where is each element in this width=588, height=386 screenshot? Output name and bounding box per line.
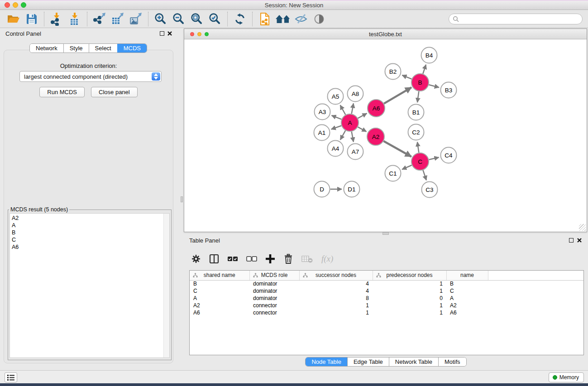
table-row-A[interactable]: Adominator80A bbox=[190, 295, 583, 302]
table-settings-button[interactable] bbox=[191, 254, 201, 264]
cell[interactable]: 8 bbox=[299, 295, 373, 302]
network-canvas[interactable]: B4B2BB3A5A8A6A3B1AA1C2A2A4A7C4CC1C3DD1 bbox=[184, 39, 587, 232]
cell[interactable]: C bbox=[190, 287, 249, 295]
column-header-MCDS-role[interactable]: MCDS role bbox=[249, 271, 299, 280]
apply-function-button[interactable]: f(x) bbox=[321, 254, 333, 264]
clone-network-button[interactable] bbox=[256, 11, 274, 27]
show-graphics-button[interactable] bbox=[310, 11, 328, 27]
resize-grip[interactable] bbox=[579, 224, 586, 231]
graph-edge-A-A4[interactable] bbox=[340, 130, 345, 139]
show-task-history-button[interactable] bbox=[5, 372, 17, 382]
column-header-predecessor-nodes[interactable]: predecessor nodes bbox=[373, 271, 446, 280]
select-all-button[interactable] bbox=[227, 256, 238, 262]
graph-edge-C-C4[interactable] bbox=[429, 157, 439, 160]
cell[interactable]: 1 bbox=[373, 302, 446, 309]
graph-edge-B-B3[interactable] bbox=[429, 85, 439, 87]
cell[interactable]: 4 bbox=[299, 280, 373, 287]
memory-button[interactable]: Memory bbox=[549, 372, 584, 382]
export-table-button[interactable] bbox=[109, 11, 127, 27]
optimization-criterion-dropdown[interactable]: largest connected component (directed) bbox=[19, 71, 162, 82]
export-image-button[interactable] bbox=[127, 11, 145, 27]
result-item-A2[interactable]: A2 bbox=[12, 214, 169, 222]
cell[interactable]: B bbox=[446, 280, 488, 287]
float-panel-button[interactable] bbox=[160, 31, 164, 36]
graph-edge-A-A1[interactable] bbox=[331, 126, 342, 129]
zoom-out-button[interactable] bbox=[170, 11, 188, 27]
column-header-name[interactable]: name bbox=[446, 271, 488, 280]
table-row-A6[interactable]: A6connector11A6 bbox=[190, 309, 583, 316]
cell[interactable]: 4 bbox=[299, 287, 373, 295]
cell[interactable]: connector bbox=[249, 309, 299, 316]
delete-column-button[interactable] bbox=[283, 253, 293, 264]
graph-edge-A-A6[interactable] bbox=[358, 113, 367, 118]
graph-edge-C-C2[interactable] bbox=[417, 142, 419, 152]
close-table-panel-icon[interactable] bbox=[577, 238, 582, 243]
home-button[interactable] bbox=[274, 11, 292, 27]
add-column-button[interactable] bbox=[265, 254, 275, 264]
zoom-in-button[interactable] bbox=[152, 11, 170, 27]
tab-network-table[interactable]: Network Table bbox=[389, 357, 438, 366]
graph-edge-A-A5[interactable] bbox=[340, 105, 346, 114]
show-columns-button[interactable] bbox=[209, 253, 219, 264]
graph-edge-A2-C[interactable] bbox=[383, 141, 411, 157]
column-header-shared-name[interactable]: shared name bbox=[190, 271, 249, 280]
cell[interactable]: B bbox=[190, 280, 249, 287]
splitter-handle-horizontal[interactable] bbox=[382, 232, 389, 235]
result-item-A[interactable]: A bbox=[12, 222, 169, 229]
cell[interactable]: A6 bbox=[446, 309, 488, 316]
tab-style[interactable]: Style bbox=[63, 44, 89, 52]
graph-edge-A-A2[interactable] bbox=[358, 127, 367, 132]
open-session-button[interactable] bbox=[5, 11, 23, 27]
result-scrollbar[interactable] bbox=[163, 214, 169, 357]
cell[interactable]: dominator bbox=[249, 280, 299, 287]
tab-edge-table[interactable]: Edge Table bbox=[347, 357, 389, 366]
cell[interactable]: 1 bbox=[373, 280, 446, 287]
result-item-A6[interactable]: A6 bbox=[12, 243, 169, 251]
cell[interactable]: connector bbox=[249, 302, 299, 309]
graph-edge-A-A7[interactable] bbox=[352, 132, 354, 142]
cell[interactable]: A2 bbox=[446, 302, 488, 309]
cell[interactable]: A2 bbox=[190, 302, 249, 309]
graph-edge-C-C1[interactable] bbox=[402, 165, 411, 169]
close-panel-button[interactable]: Close panel bbox=[91, 87, 138, 97]
graph-edge-B-B2[interactable] bbox=[402, 75, 411, 79]
table-row-B[interactable]: Bdominator41B bbox=[190, 280, 583, 287]
import-table-button[interactable] bbox=[66, 11, 84, 27]
column-header-successor-nodes[interactable]: successor nodes bbox=[299, 271, 373, 280]
cell[interactable]: 0 bbox=[373, 295, 446, 302]
graph-edge-A6-B[interactable] bbox=[384, 87, 411, 104]
tab-motifs[interactable]: Motifs bbox=[438, 357, 466, 366]
zoom-fit-button[interactable] bbox=[188, 11, 206, 27]
network-window-titlebar[interactable]: testGlobe.txt bbox=[184, 29, 587, 39]
tab-mcds[interactable]: MCDS bbox=[117, 44, 147, 52]
graph-edge-A-A3[interactable] bbox=[332, 115, 342, 119]
cell[interactable]: A6 bbox=[190, 309, 249, 316]
float-table-panel-button[interactable] bbox=[569, 238, 574, 243]
result-item-B[interactable]: B bbox=[12, 229, 169, 236]
tab-node-table[interactable]: Node Table bbox=[306, 357, 347, 366]
cell[interactable]: C bbox=[446, 287, 488, 295]
cell[interactable]: 1 bbox=[299, 302, 373, 309]
tab-select[interactable]: Select bbox=[89, 44, 117, 52]
cell[interactable]: A bbox=[190, 295, 249, 302]
result-item-C[interactable]: C bbox=[12, 236, 169, 243]
graph-edge-A-A8[interactable] bbox=[352, 104, 354, 114]
close-panel-icon[interactable] bbox=[167, 31, 172, 36]
cell[interactable]: A bbox=[446, 295, 488, 302]
zoom-selected-button[interactable] bbox=[206, 11, 224, 27]
import-network-button[interactable] bbox=[48, 11, 66, 27]
search-field[interactable] bbox=[449, 14, 583, 24]
run-mcds-button[interactable]: Run MCDS bbox=[39, 87, 85, 97]
cell[interactable]: 1 bbox=[373, 309, 446, 316]
graph-edge-B-B1[interactable] bbox=[417, 91, 419, 102]
delete-table-button[interactable] bbox=[301, 254, 313, 263]
cell[interactable]: 1 bbox=[373, 287, 446, 295]
cell[interactable]: 1 bbox=[299, 309, 373, 316]
table-row-A2[interactable]: A2connector11A2 bbox=[190, 302, 583, 309]
graph-edge-B-B4[interactable] bbox=[423, 65, 426, 74]
hide-graphics-button[interactable] bbox=[292, 11, 310, 27]
tab-network[interactable]: Network bbox=[30, 44, 63, 52]
deselect-all-button[interactable] bbox=[246, 256, 257, 262]
search-input[interactable] bbox=[461, 16, 578, 22]
save-session-button[interactable] bbox=[23, 11, 41, 27]
